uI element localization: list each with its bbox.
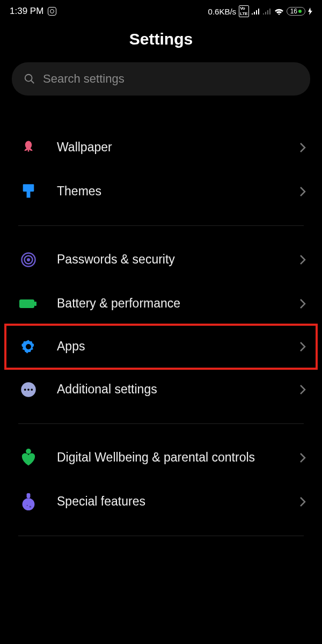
chevron-right-icon — [299, 452, 306, 463]
settings-item-label: Digital Wellbeing & parental controls — [57, 450, 281, 466]
svg-point-11 — [27, 389, 30, 391]
chevron-right-icon — [299, 186, 306, 197]
tulip-icon — [18, 137, 39, 158]
fingerprint-icon — [18, 250, 39, 270]
settings-item-label: Battery & performance — [57, 296, 281, 312]
signal-icon-2 — [263, 8, 272, 14]
svg-rect-8 — [34, 302, 36, 306]
settings-item-label: Additional settings — [57, 382, 281, 398]
svg-rect-2 — [23, 184, 34, 192]
settings-list: Wallpaper Themes Passwords & security Ba… — [0, 112, 322, 536]
settings-item-themes[interactable]: Themes — [0, 170, 322, 214]
instagram-icon — [48, 7, 56, 16]
settings-item-label: Apps — [57, 339, 281, 355]
svg-rect-3 — [27, 192, 31, 197]
more-icon — [18, 379, 39, 400]
settings-item-battery[interactable]: Battery & performance — [0, 282, 322, 326]
battery-percent: 16 — [290, 8, 297, 15]
heart-icon — [18, 448, 39, 468]
settings-item-label: Themes — [57, 184, 281, 200]
signal-icon — [252, 8, 260, 14]
flask-icon — [18, 492, 39, 512]
svg-point-15 — [23, 498, 35, 510]
status-left: 1:39 PM — [10, 6, 56, 17]
status-bar: 1:39 PM 0.6KB/s VoLTE 16 — [0, 0, 322, 20]
settings-item-wallpaper[interactable]: Wallpaper — [0, 126, 322, 170]
settings-item-wellbeing[interactable]: Digital Wellbeing & parental controls — [0, 436, 322, 480]
search-input[interactable] — [43, 72, 298, 86]
page-title: Settings — [0, 20, 322, 62]
wifi-icon — [274, 8, 284, 15]
settings-item-label: Special features — [57, 494, 281, 510]
settings-item-additional[interactable]: Additional settings — [0, 368, 322, 412]
status-time: 1:39 PM — [10, 6, 43, 17]
divider — [18, 423, 304, 424]
chevron-right-icon — [299, 496, 306, 507]
search-box[interactable] — [12, 62, 310, 96]
status-right: 0.6KB/s VoLTE 16 — [208, 5, 312, 17]
divider — [18, 225, 304, 226]
svg-point-12 — [31, 389, 33, 391]
settings-item-security[interactable]: Passwords & security — [0, 238, 322, 282]
gear-icon — [18, 336, 39, 357]
settings-item-label: Passwords & security — [57, 252, 281, 268]
net-speed: 0.6KB/s — [208, 7, 237, 16]
settings-item-special[interactable]: Special features — [0, 480, 322, 524]
svg-rect-14 — [27, 493, 31, 498]
svg-point-10 — [24, 389, 26, 391]
svg-line-1 — [31, 80, 34, 84]
svg-rect-7 — [19, 299, 34, 308]
svg-point-16 — [30, 506, 31, 507]
charging-icon — [308, 8, 312, 15]
chevron-right-icon — [299, 298, 306, 309]
volte-icon: VoLTE — [239, 5, 249, 17]
svg-point-0 — [25, 75, 32, 82]
chevron-right-icon — [299, 254, 306, 265]
battery-dot-icon — [298, 10, 302, 13]
svg-point-17 — [27, 505, 28, 506]
battery-icon — [18, 294, 39, 314]
brush-icon — [18, 181, 39, 202]
svg-point-13 — [26, 449, 31, 454]
settings-item-apps[interactable]: Apps — [4, 324, 318, 370]
search-icon — [24, 73, 35, 85]
chevron-right-icon — [299, 142, 306, 153]
settings-item-label: Wallpaper — [57, 140, 281, 156]
chevron-right-icon — [299, 384, 306, 395]
chevron-right-icon — [299, 341, 306, 352]
battery-indicator: 16 — [287, 7, 305, 16]
svg-point-6 — [27, 258, 30, 261]
divider — [18, 536, 304, 536]
